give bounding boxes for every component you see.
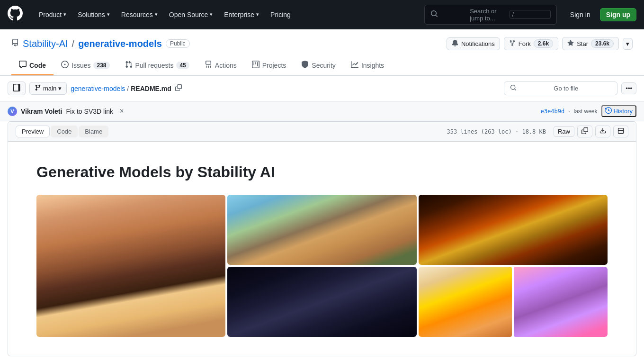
lines-icon bbox=[617, 128, 624, 136]
commit-author: Vikram Voleti bbox=[21, 108, 62, 115]
tab-actions[interactable]: Actions bbox=[197, 56, 244, 75]
repo-org-link: Stability-AI bbox=[23, 38, 68, 49]
notifications-label: Notifications bbox=[461, 40, 495, 47]
image-teddy bbox=[227, 195, 416, 265]
tab-pr-label: Pull requests bbox=[135, 62, 174, 69]
star-button[interactable]: Star 23.6k bbox=[562, 37, 619, 50]
page: Product ▾ Solutions ▾ Resources ▾ Open S… bbox=[0, 0, 644, 362]
tab-issues[interactable]: Issues 238 bbox=[54, 56, 117, 75]
repo-separator: / bbox=[72, 38, 75, 49]
chevron-down-icon: ▾ bbox=[256, 11, 259, 18]
copy-icon bbox=[581, 128, 588, 136]
image-dark-city bbox=[227, 267, 416, 337]
copy-file-button[interactable] bbox=[577, 126, 592, 137]
pr-icon bbox=[125, 61, 133, 70]
commit-hash: e3e4b9d bbox=[541, 108, 565, 115]
bell-icon bbox=[452, 40, 458, 48]
breadcrumb: generative-models / README.md bbox=[71, 83, 184, 93]
fork-label: Fork bbox=[519, 40, 531, 47]
top-nav: Product ▾ Solutions ▾ Resources ▾ Open S… bbox=[0, 0, 644, 29]
tab-projects[interactable]: Projects bbox=[244, 56, 294, 75]
chevron-down-icon: ▾ bbox=[107, 11, 110, 18]
history-button[interactable]: History bbox=[601, 105, 636, 117]
readme-image-grid bbox=[36, 195, 608, 337]
star-label: Star bbox=[577, 40, 588, 47]
download-button[interactable] bbox=[595, 126, 610, 137]
file-view-header: Preview Code Blame 353 lines (263 loc) ·… bbox=[8, 122, 636, 142]
tab-pull-requests[interactable]: Pull requests 45 bbox=[117, 56, 197, 75]
fork-count: 2.6k bbox=[534, 39, 553, 48]
preview-tab[interactable]: Preview bbox=[16, 126, 50, 137]
code-icon bbox=[19, 61, 27, 70]
search-shortcut: / bbox=[510, 10, 551, 19]
github-logo[interactable] bbox=[8, 6, 23, 24]
file-view: Preview Code Blame 353 lines (263 loc) ·… bbox=[8, 121, 636, 356]
raw-button[interactable]: Raw bbox=[554, 126, 574, 137]
projects-icon bbox=[252, 61, 259, 70]
toggle-sidebar-button[interactable] bbox=[8, 81, 26, 95]
goto-file-placeholder: Go to file bbox=[520, 85, 611, 92]
nav-item-product[interactable]: Product ▾ bbox=[34, 8, 71, 21]
commit-timestamp-separator: · bbox=[568, 108, 570, 115]
repo-header: Stability-AI / generative-models Public … bbox=[0, 29, 644, 76]
search-bar[interactable]: Search or jump to... / bbox=[424, 5, 557, 25]
image-anime-pair bbox=[419, 267, 608, 337]
tab-code-label: Code bbox=[29, 62, 46, 69]
branch-label: main bbox=[43, 85, 56, 92]
nav-item-solutions[interactable]: Solutions ▾ bbox=[73, 8, 115, 21]
pr-count: 45 bbox=[176, 62, 189, 69]
sidebar-icon bbox=[13, 84, 20, 93]
nav-auth: Sign in Sign up bbox=[564, 8, 636, 21]
fork-icon bbox=[509, 40, 516, 48]
commit-row: V Vikram Voleti Fix to SV3D link e3e4b9d… bbox=[0, 101, 644, 121]
tab-insights-label: Insights bbox=[361, 62, 384, 69]
search-icon bbox=[510, 84, 517, 92]
repo-tabs: Code Issues 238 Pull requests 45 bbox=[11, 56, 633, 75]
download-icon bbox=[599, 128, 606, 136]
goto-file-button[interactable]: Go to file bbox=[504, 81, 617, 95]
nav-item-resources[interactable]: Resources ▾ bbox=[116, 8, 162, 21]
branch-selector-button[interactable]: main ▾ bbox=[29, 82, 67, 95]
repo-name-link[interactable]: generative-models bbox=[78, 38, 162, 49]
more-actions-button[interactable]: ▾ bbox=[623, 38, 633, 50]
file-browser-bar: main ▾ generative-models / README.md bbox=[0, 76, 644, 101]
nav-item-pricing[interactable]: Pricing bbox=[266, 8, 295, 21]
chevron-down-icon: ▾ bbox=[63, 11, 66, 18]
image-anime bbox=[419, 267, 512, 337]
readme-title: Generative Models by Stability AI bbox=[36, 161, 608, 183]
more-options-button[interactable]: ••• bbox=[621, 82, 636, 94]
tab-code[interactable]: Code bbox=[11, 56, 54, 75]
repo-actions: Notifications Fork 2.6k bbox=[447, 37, 633, 50]
code-tab[interactable]: Code bbox=[51, 126, 78, 137]
avatar: V bbox=[8, 107, 17, 116]
nav-item-open-source[interactable]: Open Source ▾ bbox=[164, 8, 218, 21]
toggle-lines-button[interactable] bbox=[613, 126, 628, 137]
chevron-down-icon: ▾ bbox=[155, 11, 158, 18]
tab-issues-label: Issues bbox=[72, 62, 90, 69]
commit-info: V Vikram Voleti Fix to SV3D link bbox=[8, 107, 126, 116]
commit-message: Fix to SV3D link bbox=[66, 108, 113, 115]
sign-up-button[interactable]: Sign up bbox=[600, 8, 636, 21]
more-icon: ••• bbox=[626, 85, 632, 92]
commit-timestamp: last week bbox=[574, 108, 598, 115]
issues-icon bbox=[61, 61, 69, 70]
tab-security-label: Security bbox=[312, 62, 336, 69]
tab-insights[interactable]: Insights bbox=[343, 56, 392, 75]
copy-path-button[interactable] bbox=[173, 83, 184, 93]
repo-title-row: Stability-AI / generative-models Public … bbox=[11, 37, 633, 50]
commit-meta: e3e4b9d · last week History bbox=[541, 105, 636, 117]
org-link[interactable]: Stability-AI bbox=[23, 38, 68, 49]
breadcrumb-repo-link[interactable]: generative-models bbox=[71, 85, 125, 92]
branch-icon bbox=[35, 84, 41, 92]
issues-count: 238 bbox=[93, 62, 109, 69]
sign-in-button[interactable]: Sign in bbox=[564, 9, 596, 21]
close-commit-button[interactable] bbox=[117, 107, 126, 116]
actions-icon bbox=[205, 61, 212, 70]
nav-item-enterprise[interactable]: Enterprise ▾ bbox=[219, 8, 264, 21]
fork-button[interactable]: Fork 2.6k bbox=[504, 37, 558, 50]
search-placeholder: Search or jump to... bbox=[470, 8, 505, 22]
tab-security[interactable]: Security bbox=[294, 56, 343, 75]
notifications-button[interactable]: Notifications bbox=[447, 37, 500, 50]
blame-tab[interactable]: Blame bbox=[79, 126, 108, 137]
tab-projects-label: Projects bbox=[262, 62, 286, 69]
